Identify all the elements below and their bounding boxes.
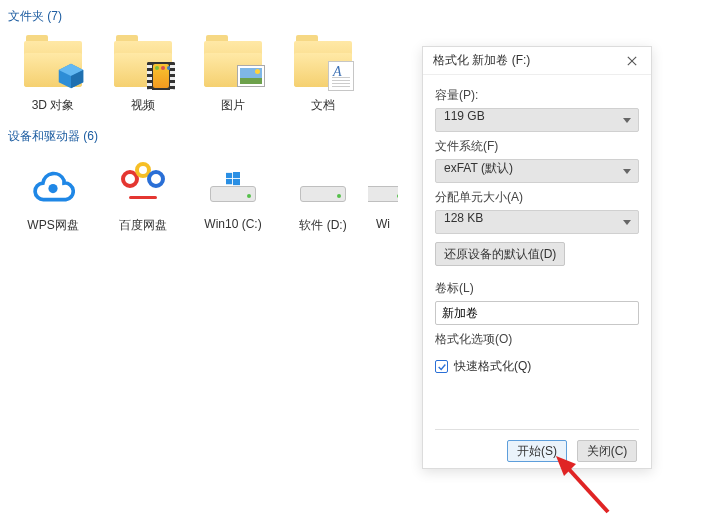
folder-icon [111,35,175,93]
svg-line-10 [566,466,608,512]
drive-label: WPS网盘 [27,217,78,234]
close-icon[interactable] [623,52,641,70]
folder-item-document[interactable]: A 文档 [278,31,368,124]
drive-item-c[interactable]: Win10 (C:) [188,151,278,244]
capacity-select[interactable]: 119 GB [435,108,639,132]
capacity-label: 容量(P): [435,87,639,104]
drive-icon [208,166,258,202]
start-button[interactable]: 开始(S) [507,440,567,462]
wps-cloud-icon [31,164,75,204]
svg-point-3 [48,184,57,193]
folder-label: 视频 [131,97,155,114]
alloc-select[interactable]: 128 KB [435,210,639,234]
volume-label-input[interactable] [435,301,639,325]
dialog-title-text: 格式化 新加卷 (F:) [433,52,530,69]
drive-item-baidu[interactable]: 百度网盘 [98,151,188,244]
drive-icon [298,166,348,202]
drive-item-partial[interactable]: Wi [368,151,398,244]
folder-item-3d[interactable]: 3D 对象 [8,31,98,124]
folder-item-video[interactable]: 视频 [98,31,188,124]
drive-label: Wi [376,217,390,231]
folder-label: 文档 [311,97,335,114]
svg-rect-5 [233,172,240,178]
format-dialog: 格式化 新加卷 (F:) 容量(P): 119 GB 文件系统(F) exFAT… [422,46,652,469]
volume-label-label: 卷标(L) [435,280,639,297]
video-icon [147,62,175,90]
folder-item-picture[interactable]: 图片 [188,31,278,124]
drive-label: 软件 (D:) [299,217,346,234]
folder-label: 图片 [221,97,245,114]
folder-icon [21,35,85,93]
cube-3d-icon [57,62,85,90]
folders-section-header: 文件夹 (7) [8,4,710,31]
filesystem-select[interactable]: exFAT (默认) [435,159,639,183]
svg-rect-6 [226,179,232,184]
folder-icon: A [291,35,355,93]
drive-item-d[interactable]: 软件 (D:) [278,151,368,244]
close-button[interactable]: 关闭(C) [577,440,637,462]
alloc-label: 分配单元大小(A) [435,189,639,206]
dialog-titlebar[interactable]: 格式化 新加卷 (F:) [423,47,651,75]
drive-item-wps[interactable]: WPS网盘 [8,151,98,244]
filesystem-label: 文件系统(F) [435,138,639,155]
quick-format-checkbox[interactable] [435,360,448,373]
drive-label: Win10 (C:) [204,217,261,231]
drive-icon [368,166,398,202]
format-options-label: 格式化选项(O) [435,331,639,348]
svg-rect-7 [233,179,240,185]
separator [435,429,639,430]
svg-rect-4 [226,173,232,178]
folder-icon [201,35,265,93]
picture-icon [237,65,265,87]
quick-format-label: 快速格式化(Q) [454,358,531,375]
document-icon: A [328,61,354,91]
windows-logo-icon [226,172,240,186]
baidu-icon [121,162,165,206]
restore-defaults-button[interactable]: 还原设备的默认值(D) [435,242,565,266]
folder-label: 3D 对象 [32,97,75,114]
drive-label: 百度网盘 [119,217,167,234]
